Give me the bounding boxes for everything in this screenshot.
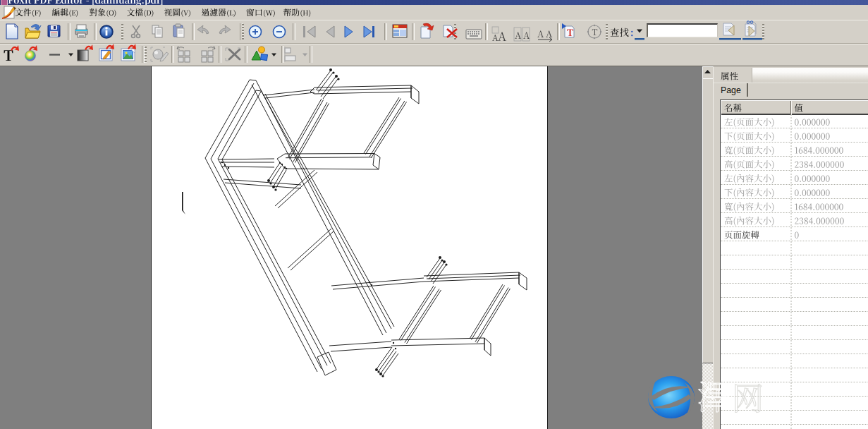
svg-text:Page: Page [721, 85, 741, 95]
